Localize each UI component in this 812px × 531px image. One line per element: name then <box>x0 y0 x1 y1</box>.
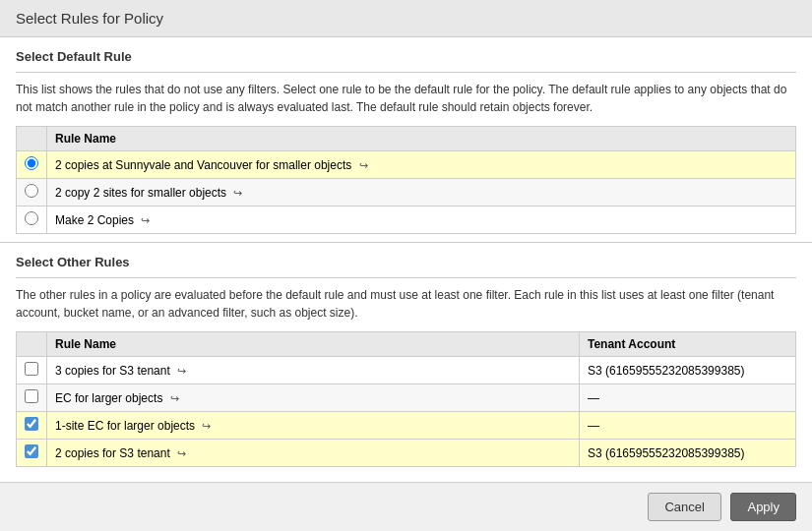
other-rule-name: 1-site EC for larger objects ↪ <box>47 412 580 440</box>
default-rule-radio-1[interactable] <box>25 156 38 170</box>
table-row: 2 copies at Sunnyvale and Vancouver for … <box>17 151 796 179</box>
external-link-icon[interactable]: ↪ <box>177 365 186 378</box>
default-rule-radio-3[interactable] <box>25 211 38 225</box>
default-rules-table: Rule Name 2 copies at Sunnyvale and Vanc… <box>16 126 796 234</box>
other-rule-checkbox-2[interactable] <box>25 389 38 403</box>
other-rule-name: 2 copies for S3 tenant ↪ <box>47 440 580 467</box>
external-link-icon[interactable]: ↪ <box>170 392 179 405</box>
other-rule-checkbox-3[interactable] <box>25 417 38 431</box>
other-rules-table: Rule Name Tenant Account 3 copies for S3… <box>16 331 796 467</box>
dialog-footer: Cancel Apply <box>0 482 812 531</box>
external-link-icon[interactable]: ↪ <box>202 420 211 433</box>
default-rule-description: This list shows the rules that do not us… <box>16 81 796 116</box>
other-rule-tenant: — <box>580 384 796 412</box>
table-row: EC for larger objects ↪— <box>17 384 796 412</box>
default-rule-name: 2 copies at Sunnyvale and Vancouver for … <box>47 151 796 179</box>
other-rule-tenant: S3 (61659555232085399385) <box>580 357 796 384</box>
table-row: Make 2 Copies ↪ <box>17 206 796 234</box>
other-rule-name: EC for larger objects ↪ <box>47 384 580 412</box>
other-rule-tenant: — <box>580 412 796 440</box>
default-rule-select-header <box>17 127 47 151</box>
default-rule-radio-2[interactable] <box>25 184 38 198</box>
other-rule-name: 3 copies for S3 tenant ↪ <box>47 357 580 384</box>
table-row: 1-site EC for larger objects ↪— <box>17 412 796 440</box>
dialog-title: Select Rules for Policy <box>0 0 812 37</box>
other-rule-tenant: S3 (61659555232085399385) <box>580 440 796 467</box>
default-rule-name: 2 copy 2 sites for smaller objects ↪ <box>47 179 796 206</box>
table-row: 3 copies for S3 tenant ↪S3 (616595552320… <box>17 357 796 384</box>
other-rule-select-header <box>17 332 47 357</box>
other-rule-tenant-header: Tenant Account <box>580 332 796 357</box>
default-rule-name: Make 2 Copies ↪ <box>47 206 796 234</box>
cancel-button[interactable]: Cancel <box>648 493 720 521</box>
default-rule-section: Select Default Rule This list shows the … <box>0 37 812 242</box>
external-link-icon[interactable]: ↪ <box>359 159 368 172</box>
external-link-icon[interactable]: ↪ <box>177 447 186 460</box>
default-rule-title: Select Default Rule <box>16 49 796 73</box>
other-rules-title: Select Other Rules <box>16 255 796 278</box>
other-rule-name-header: Rule Name <box>47 332 580 357</box>
select-rules-dialog: Select Rules for Policy Select Default R… <box>0 0 812 531</box>
table-row: 2 copies for S3 tenant ↪S3 (616595552320… <box>17 440 796 467</box>
table-row: 2 copy 2 sites for smaller objects ↪ <box>17 179 796 206</box>
other-rules-description: The other rules in a policy are evaluate… <box>16 286 796 322</box>
dialog-body: Select Default Rule This list shows the … <box>0 37 812 482</box>
other-rule-checkbox-4[interactable] <box>25 444 38 458</box>
default-rule-name-header: Rule Name <box>47 127 796 151</box>
other-rules-section: Select Other Rules The other rules in a … <box>0 243 812 475</box>
other-rule-checkbox-1[interactable] <box>25 362 38 376</box>
external-link-icon[interactable]: ↪ <box>233 187 242 200</box>
external-link-icon[interactable]: ↪ <box>141 214 150 227</box>
apply-button[interactable]: Apply <box>730 493 796 521</box>
